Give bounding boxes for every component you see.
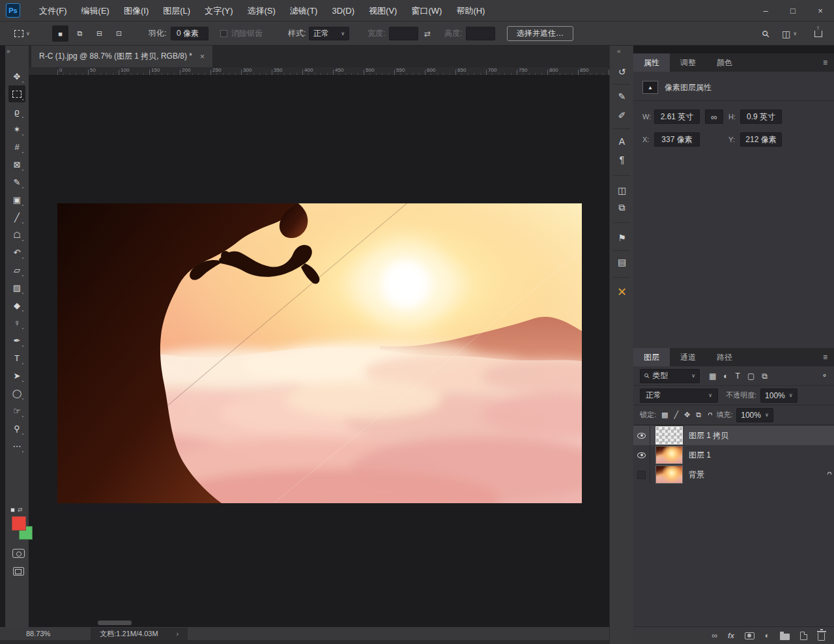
panel-menu-icon[interactable]: ≡ xyxy=(823,58,827,67)
new-group-icon[interactable] xyxy=(780,634,790,640)
menu-item[interactable]: 文字(Y) xyxy=(197,0,240,22)
document-tab[interactable]: R-C (1).jpg @ 88.7% (图层 1 拷贝, RGB/8) * × xyxy=(31,46,212,67)
filter-adjustment-layers-icon[interactable]: ◐ xyxy=(723,372,728,381)
history-brush-tool[interactable]: ↶ xyxy=(8,244,25,261)
width-property-field[interactable]: 2.61 英寸 xyxy=(654,110,700,124)
learn-panel-icon[interactable]: ✕ xyxy=(610,284,634,300)
libraries-panel-icon[interactable]: ◫ xyxy=(610,183,634,198)
pen-tool[interactable]: ✒ xyxy=(8,332,25,349)
layer-row-layer-1-copy[interactable]: 图层 1 拷贝 xyxy=(633,426,834,445)
tab-color[interactable]: 颜色 xyxy=(706,53,743,72)
eraser-tool[interactable]: ▱ xyxy=(8,261,25,278)
zoom-level[interactable]: 88.73% xyxy=(26,630,50,637)
filter-smart-objects-icon[interactable]: ⧉ xyxy=(762,372,768,381)
feather-input[interactable]: 0 像素 xyxy=(171,27,208,40)
move-tool[interactable]: ✥ xyxy=(8,68,25,85)
panel-menu-icon[interactable]: ≡ xyxy=(823,353,827,362)
screen-mode-button[interactable] xyxy=(13,567,24,576)
object-selection-tool[interactable]: ✶ xyxy=(8,121,25,138)
shape-tool[interactable]: ◯ xyxy=(8,385,25,402)
intersect-selection-button[interactable]: ⊡ xyxy=(111,25,127,42)
menu-item[interactable]: 图层(L) xyxy=(156,0,197,22)
menu-item[interactable]: 滤镜(T) xyxy=(283,0,325,22)
layer-filter-select[interactable]: ⚲ 类型 ∨ xyxy=(640,369,700,383)
lock-image-pixels-icon[interactable]: ╱ xyxy=(674,411,678,419)
toolbar-collapse-chevron[interactable]: » xyxy=(7,48,10,55)
tab-properties[interactable]: 属性 xyxy=(633,53,670,72)
filter-toggle-pin[interactable]: ⚬ xyxy=(822,372,827,380)
search-icon[interactable]: ⚲ xyxy=(760,27,772,40)
layer-name[interactable]: 图层 1 拷贝 xyxy=(689,430,728,441)
menu-item[interactable]: 视图(V) xyxy=(362,0,404,22)
layer-thumbnail-transparent[interactable] xyxy=(655,426,683,445)
layer-thumbnail-image[interactable] xyxy=(655,465,683,484)
foreground-color-swatch[interactable] xyxy=(12,516,26,531)
tab-adjustments[interactable]: 调整 xyxy=(670,53,706,72)
swap-width-height-icon[interactable]: ⇄ xyxy=(424,29,431,38)
swap-colors-icon[interactable]: ⇄ xyxy=(18,506,23,513)
opacity-field[interactable]: 100% ∨ xyxy=(760,388,798,403)
notes-panel-icon[interactable]: ▤ xyxy=(610,254,634,270)
close-button[interactable]: × xyxy=(807,0,834,22)
adjustment-layer-icon[interactable]: ◐ xyxy=(765,631,769,640)
hand-tool[interactable]: ☞ xyxy=(8,402,25,419)
clone-stamp-tool[interactable]: ☖ xyxy=(8,226,25,243)
visibility-toggle[interactable] xyxy=(633,426,650,445)
zoom-tool[interactable]: ⚲ xyxy=(8,420,25,437)
style-select[interactable]: 正常 ∨ xyxy=(309,27,349,40)
subtract-from-selection-button[interactable]: ⊟ xyxy=(91,25,108,42)
maximize-button[interactable]: □ xyxy=(779,0,807,22)
document-info[interactable]: 文档:1.21M/4.03M › xyxy=(91,628,188,640)
new-selection-button[interactable]: ■ xyxy=(52,25,68,42)
menu-item[interactable]: 帮助(H) xyxy=(449,0,492,22)
menu-item[interactable]: 选择(S) xyxy=(240,0,282,22)
canvas-area[interactable] xyxy=(29,76,609,627)
layer-row-layer-1[interactable]: 图层 1 xyxy=(633,445,834,465)
path-selection-tool[interactable]: ➤ xyxy=(8,367,25,384)
info-panel-icon[interactable]: ⧉ xyxy=(610,199,634,215)
visibility-toggle[interactable] xyxy=(633,445,650,465)
layer-style-icon[interactable]: fx xyxy=(728,632,734,639)
dock-collapse-chevron[interactable]: « xyxy=(617,48,621,55)
lasso-tool[interactable]: ϱ xyxy=(8,103,25,120)
layer-name[interactable]: 图层 1 xyxy=(689,450,711,461)
crop-tool[interactable]: # xyxy=(8,138,25,155)
chevron-right-icon[interactable]: › xyxy=(177,630,179,637)
edit-toolbar-button[interactable]: ⋯ xyxy=(8,437,25,454)
delete-layer-icon[interactable] xyxy=(818,633,825,641)
lock-position-icon[interactable]: ✥ xyxy=(684,411,690,419)
eyedropper-tool[interactable]: ✎ xyxy=(8,173,25,190)
current-tool-preview[interactable]: ∨ xyxy=(14,22,30,46)
link-layers-icon[interactable]: ∞ xyxy=(712,631,717,640)
blend-mode-select[interactable]: 正常 ∨ xyxy=(640,388,718,403)
menu-item[interactable]: 窗口(W) xyxy=(404,0,449,22)
new-layer-icon[interactable] xyxy=(800,632,807,640)
gradient-tool[interactable]: ▨ xyxy=(8,279,25,296)
brushes-panel-icon[interactable]: ✐ xyxy=(610,108,634,123)
y-property-field[interactable]: 212 像素 xyxy=(740,132,782,147)
blur-tool[interactable]: ◆ xyxy=(8,297,25,314)
default-colors-icon[interactable]: ⇄ xyxy=(10,506,23,513)
fill-field[interactable]: 100% ∨ xyxy=(736,408,773,422)
share-icon[interactable] xyxy=(814,31,822,37)
add-to-selection-button[interactable]: ⧉ xyxy=(72,25,88,42)
history-panel-icon[interactable]: ↺ xyxy=(610,64,634,80)
select-and-mask-button[interactable]: 选择并遮住… xyxy=(507,26,573,41)
filter-pixel-layers-icon[interactable]: ▦ xyxy=(709,372,716,381)
layer-name[interactable]: 背景 xyxy=(689,469,704,480)
tab-channels[interactable]: 通道 xyxy=(670,348,706,366)
rectangular-marquee-tool[interactable] xyxy=(8,85,25,102)
tab-paths[interactable]: 路径 xyxy=(706,348,743,366)
close-tab-icon[interactable]: × xyxy=(200,52,205,61)
height-input[interactable] xyxy=(466,27,495,40)
anti-alias-checkbox[interactable] xyxy=(220,30,227,37)
width-input[interactable] xyxy=(389,27,418,40)
lock-transparent-pixels-icon[interactable]: ▩ xyxy=(661,411,668,419)
add-layer-mask-icon[interactable] xyxy=(745,632,755,639)
visibility-toggle[interactable] xyxy=(633,465,650,484)
brush-tool[interactable]: ╱ xyxy=(8,209,25,226)
menu-item[interactable]: 图像(I) xyxy=(117,0,156,22)
type-tool[interactable]: T xyxy=(8,349,25,366)
minimize-button[interactable]: – xyxy=(752,0,779,22)
height-property-field[interactable]: 0.9 英寸 xyxy=(740,110,782,124)
